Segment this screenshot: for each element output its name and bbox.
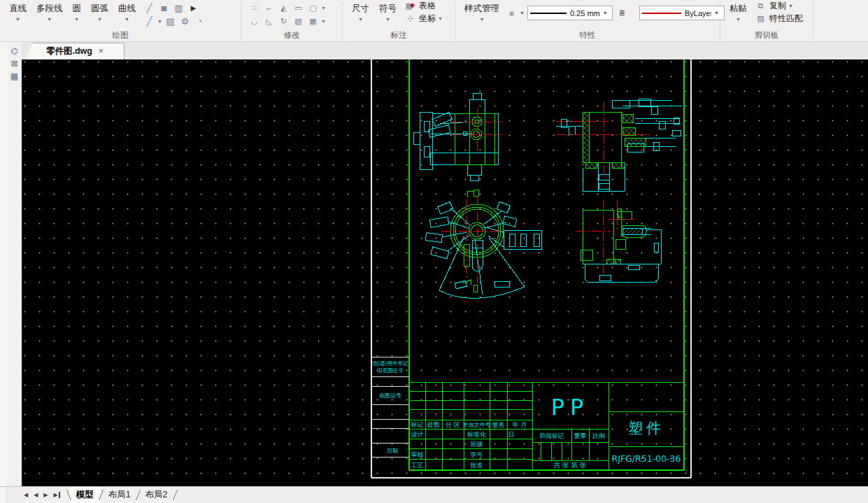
material-text: PP <box>551 394 590 420</box>
chevron-down-icon[interactable]: ▼ <box>157 19 162 24</box>
svg-text:学号: 学号 <box>471 451 483 458</box>
svg-text:分 区: 分 区 <box>446 421 460 428</box>
chevron-down-icon[interactable]: ▼ <box>321 6 326 10</box>
chevron-down-icon: ▼ <box>358 17 363 22</box>
match-properties-icon: ▨ <box>753 12 768 24</box>
chevron-down-icon: ▼ <box>97 17 102 22</box>
dimension-button[interactable]: 尺寸▼ <box>347 1 374 24</box>
line-button[interactable]: 直线▼ <box>4 1 31 24</box>
document-tab[interactable]: 零件图.dwg × <box>25 43 124 59</box>
polyline-button[interactable]: 多段线▼ <box>31 1 68 24</box>
table-icon: ▦✚ <box>403 0 418 12</box>
cad-application-window: 直线▼ 多段线▼ 圆▼ 圆弧▼ 曲线▼ ╱ ◙ ▥ ► ╱ ▼ ▨ <box>0 0 868 503</box>
symbol-button[interactable]: 符号▼ <box>374 1 401 24</box>
scale-icon[interactable]: ▢ <box>306 2 320 15</box>
document-tab-title: 零件图.dwg <box>46 45 92 57</box>
construction-line-icon[interactable]: ╱ <box>142 2 157 15</box>
linetype-icon[interactable]: ≡ <box>504 7 519 20</box>
sheet-tab-model[interactable]: 模型 <box>69 487 101 503</box>
cursor-arrow-icon[interactable]: ► <box>186 2 201 15</box>
coordinate-button[interactable]: ⊹ 坐标 ▼ <box>403 12 443 24</box>
match-properties-button[interactable]: ▨ 特性匹配 <box>753 12 803 24</box>
view-top-left <box>413 93 503 180</box>
group-label-clipboard: 剪切板 <box>720 30 813 41</box>
region-icon[interactable]: ◔ <box>192 15 207 28</box>
sheet-tabs: 模型 布局1 布局2 <box>69 487 176 503</box>
svg-text:标记: 标记 <box>411 421 424 428</box>
hatch-icon[interactable]: ▨ <box>163 15 178 28</box>
chevron-down-icon: ▼ <box>736 17 741 22</box>
ribbon-group-properties: 样式管理▼ ≡ ▼ 0.25 mm ▼ ≣ ByLayer ▼ 特性 <box>455 0 720 41</box>
svg-text:日: 日 <box>508 431 515 438</box>
drawing-frame <box>409 59 684 470</box>
group-label-modify: 修改 <box>241 30 342 41</box>
left-toolbar: ⌬ ⊠ ▦ <box>0 42 22 486</box>
table-button[interactable]: ▦✚ 表格 <box>403 0 443 12</box>
fillet-icon[interactable]: ◡ <box>247 15 262 28</box>
first-sheet-icon[interactable]: ◀ <box>24 492 28 498</box>
title-block-text: 标记 处数 分 区 更改文件号 签名 年 月 设计 标准化 日 班级 审核 学号… <box>373 360 681 469</box>
sheet-tab-layout1[interactable]: 布局1 <box>101 487 138 503</box>
chevron-down-icon[interactable]: ▼ <box>520 10 525 15</box>
ribbon-group-draw: 直线▼ 多段线▼ 圆▼ 圆弧▼ 曲线▼ ╱ ◙ ▥ ► ╱ ▼ ▨ <box>0 0 241 41</box>
drawing-canvas[interactable]: 标记 处数 分 区 更改文件号 签名 年 月 设计 标准化 日 班级 审核 学号… <box>22 59 868 486</box>
line-segment-icon[interactable]: ╱ <box>142 15 157 28</box>
group-label-properties: 特性 <box>455 30 720 41</box>
drafting-settings-icon[interactable]: ⌬ <box>8 45 21 57</box>
last-sheet-icon[interactable]: ▶ <box>53 492 59 498</box>
sheet-tab-layout2[interactable]: 布局2 <box>138 487 175 503</box>
svg-text:工艺: 工艺 <box>411 462 424 469</box>
measure-icon[interactable]: ⌐ <box>262 2 276 15</box>
lineweight-select[interactable]: 0.25 mm ▼ <box>527 6 613 20</box>
grid-table-icon[interactable]: ▦ <box>8 71 21 82</box>
circle-button[interactable]: 圆▼ <box>68 1 87 24</box>
group-label-annotate: 标注 <box>343 30 455 41</box>
curve-button[interactable]: 曲线▼ <box>113 1 141 24</box>
part-name-text: 塑件 <box>628 420 664 437</box>
3d-operations-icon[interactable]: ▧ <box>291 15 306 28</box>
close-icon[interactable]: × <box>99 46 104 56</box>
coordinate-axis-icon: ⊹ <box>403 12 418 24</box>
main-area: ⌬ ⊠ ▦ 零件图.dwg × <box>0 42 868 486</box>
svg-text:标准化: 标准化 <box>467 431 487 438</box>
svg-text:设计: 设计 <box>411 431 424 438</box>
prev-sheet-icon[interactable]: ◀ <box>34 492 38 498</box>
copy-icon: ⧉ <box>753 0 768 12</box>
rotate-icon[interactable]: ↻ <box>276 15 291 28</box>
copy-button[interactable]: ⧉ 复制 ▼ <box>753 0 803 12</box>
ribbon-group-clipboard: 粘贴▼ ⧉ 复制 ▼ ▨ 特性匹配 剪切板 <box>720 0 813 41</box>
svg-text:批准: 批准 <box>470 462 483 469</box>
arc-button[interactable]: 圆弧▼ <box>86 1 113 24</box>
sheet-nav-buttons: ◀ ◀ ▶ ▶ <box>24 492 60 498</box>
svg-text:底图总号: 底图总号 <box>379 392 401 399</box>
chevron-down-icon: ▼ <box>788 3 793 8</box>
stretch-icon[interactable]: ▭ <box>291 2 306 15</box>
color-select[interactable]: ByLayer ▼ <box>639 6 725 20</box>
chevron-down-icon: ▼ <box>47 17 52 22</box>
document-tab-bar: 零件图.dwg × <box>22 42 868 59</box>
svg-text:比例: 比例 <box>592 432 605 439</box>
svg-text:审核: 审核 <box>411 451 424 458</box>
paste-button[interactable]: 粘贴▼ <box>725 1 752 24</box>
next-sheet-icon[interactable]: ▶ <box>43 492 48 498</box>
lineweight-list-icon[interactable]: ≣ <box>615 7 629 20</box>
chevron-down-icon[interactable]: ▼ <box>321 19 326 24</box>
array-icon[interactable]: ∷ <box>247 2 262 15</box>
chevron-down-icon: ▼ <box>603 10 608 15</box>
edit-hatch-icon[interactable]: ▦ <box>306 15 320 28</box>
svg-text:阶段标记: 阶段标记 <box>540 432 564 439</box>
revision-cloud-icon[interactable]: ◙ <box>157 2 171 15</box>
svg-text:共 张 第 张: 共 张 第 张 <box>553 461 586 469</box>
gear-icon[interactable]: ⚙ <box>178 15 192 28</box>
svg-text:更改文件号: 更改文件号 <box>463 422 491 428</box>
cad-drawing: 标记 处数 分 区 更改文件号 签名 年 月 设计 标准化 日 班级 审核 学号… <box>22 59 868 486</box>
lineweight-sample-line <box>530 13 567 14</box>
document-area: 零件图.dwg × <box>22 42 868 486</box>
style-manager-button[interactable]: 样式管理▼ <box>460 1 504 24</box>
chamfer-icon[interactable]: ◺ <box>262 15 276 28</box>
window-zoom-icon[interactable]: ⊠ <box>8 58 21 69</box>
mirror-icon[interactable]: ◭ <box>276 2 291 15</box>
ribbon-group-modify: ∷ ⌐ ◭ ▭ ▢ ▼ ◡ ◺ ↻ ▧ ▦ ▼ 修改 <box>241 0 342 41</box>
solid-icon[interactable]: ▥ <box>171 2 186 15</box>
chevron-down-icon: ▼ <box>438 16 443 21</box>
